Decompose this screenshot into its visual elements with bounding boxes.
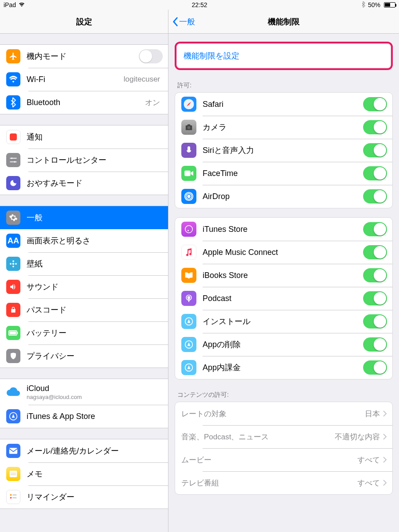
sidebar-reminders[interactable]: リマインダー — [0, 485, 168, 509]
sidebar-notes[interactable]: メモ — [0, 462, 168, 485]
wifi-label: Wi-Fi — [27, 75, 124, 84]
facetime-toggle[interactable] — [363, 166, 387, 180]
sidebar-sound[interactable]: サウンド — [0, 275, 168, 298]
airplane-icon — [6, 49, 20, 63]
svg-point-30 — [188, 297, 190, 299]
tv-value: すべて — [357, 478, 380, 488]
svg-point-29 — [188, 230, 189, 231]
passcode-label: パスコード — [27, 305, 163, 315]
sidebar-notifications[interactable]: 通知 — [0, 125, 168, 149]
siri-icon — [181, 143, 196, 158]
notifications-icon — [6, 130, 20, 144]
itunes-store-label: iTunes Store — [203, 225, 363, 234]
content-ratings[interactable]: レートの対象 日本 — [175, 402, 392, 425]
allow-delete-apps[interactable]: Appの削除 — [175, 333, 392, 356]
wallpaper-icon — [6, 257, 20, 271]
privacy-label: プライバシー — [27, 351, 163, 361]
ibooks-icon — [181, 268, 196, 283]
sidebar-airplane-mode[interactable]: 機内モード — [0, 45, 168, 68]
allow-siri[interactable]: Siriと音声入力 — [175, 139, 392, 162]
sidebar-dnd[interactable]: おやすみモード — [0, 172, 168, 195]
iap-icon — [181, 360, 196, 375]
chevron-right-icon — [383, 456, 387, 463]
wifi-icon — [19, 1, 25, 8]
allow-podcast[interactable]: Podcast — [175, 287, 392, 310]
passcode-icon — [6, 303, 20, 317]
airplane-toggle[interactable] — [139, 49, 163, 63]
ratings-value: 日本 — [365, 409, 380, 419]
allow-ibooks-store[interactable]: iBooks Store — [175, 264, 392, 287]
sidebar-bluetooth[interactable]: Bluetooth オン — [0, 91, 168, 114]
podcast-toggle[interactable] — [363, 291, 387, 305]
chevron-right-icon — [383, 410, 387, 417]
podcast-label: Podcast — [203, 294, 363, 303]
status-bar: iPad 22:52 50% — [0, 0, 399, 10]
privacy-icon — [6, 349, 20, 363]
apple-music-toggle[interactable] — [363, 245, 387, 259]
annotation-highlight: 機能制限を設定 — [175, 42, 393, 70]
camera-icon — [181, 120, 196, 135]
allow-safari[interactable]: Safari — [175, 93, 392, 116]
itunes-store-toggle[interactable] — [363, 222, 387, 236]
control-center-icon — [6, 153, 20, 167]
movies-value: すべて — [357, 455, 380, 465]
notifications-label: 通知 — [27, 132, 163, 142]
airdrop-toggle[interactable] — [363, 189, 387, 203]
camera-toggle[interactable] — [363, 120, 387, 134]
allow-camera[interactable]: カメラ — [175, 116, 392, 139]
dnd-icon — [6, 176, 20, 190]
content-tv[interactable]: テレビ番組 すべて — [175, 471, 392, 494]
sidebar-battery[interactable]: バッテリー — [0, 321, 168, 344]
appstore-icon — [6, 409, 20, 423]
notes-icon — [6, 467, 20, 481]
allow-airdrop[interactable]: AirDrop — [175, 185, 392, 208]
control-center-label: コントロールセンター — [27, 155, 163, 165]
svg-point-8 — [16, 263, 16, 264]
sidebar-title-text: 設定 — [76, 16, 92, 27]
sidebar-mail[interactable]: メール/連絡先/カレンダー — [0, 439, 168, 462]
sidebar-control-center[interactable]: コントロールセンター — [0, 149, 168, 172]
iap-toggle[interactable] — [363, 360, 387, 375]
sidebar-passcode[interactable]: パスコード — [0, 298, 168, 321]
content-music[interactable]: 音楽、Podcast、ニュース 不適切な内容 — [175, 425, 392, 448]
sound-icon — [6, 280, 20, 294]
icloud-account: nagsaya@icloud.com — [27, 394, 163, 400]
allow-apple-music-connect[interactable]: Apple Music Connect — [175, 241, 392, 264]
svg-point-18 — [10, 497, 12, 499]
allow-iap[interactable]: App内課金 — [175, 356, 392, 379]
sidebar-wallpaper[interactable]: 壁紙 — [0, 252, 168, 275]
wallpaper-label: 壁紙 — [27, 258, 163, 269]
sidebar-display[interactable]: AA 画面表示と明るさ — [0, 229, 168, 252]
sidebar-wifi[interactable]: Wi-Fi logitecuser — [0, 68, 168, 91]
back-button[interactable]: 一般 — [172, 16, 195, 27]
sidebar-general[interactable]: 一般 — [0, 206, 168, 229]
tv-label: テレビ番組 — [181, 478, 357, 488]
wifi-icon — [6, 72, 20, 86]
install-label: インストール — [203, 316, 363, 327]
allow-itunes-store[interactable]: iTunes Store — [175, 218, 392, 241]
enable-restrictions-label: 機能制限を設定 — [184, 51, 239, 61]
safari-icon — [181, 97, 196, 112]
svg-point-17 — [10, 494, 12, 496]
allow-install-apps[interactable]: インストール — [175, 310, 392, 333]
sidebar-privacy[interactable]: プライバシー — [0, 344, 168, 368]
bluetooth-status-icon — [362, 1, 365, 9]
enable-restrictions-row[interactable]: 機能制限を設定 — [177, 44, 390, 67]
svg-rect-10 — [17, 332, 18, 334]
ibooks-toggle[interactable] — [363, 268, 387, 282]
safari-toggle[interactable] — [363, 97, 387, 111]
music-value: 不適切な内容 — [335, 432, 380, 442]
siri-toggle[interactable] — [363, 143, 387, 157]
display-icon: AA — [6, 234, 20, 248]
reminders-label: リマインダー — [27, 492, 163, 502]
content-movies[interactable]: ムービー すべて — [175, 448, 392, 471]
delete-toggle[interactable] — [363, 337, 387, 352]
facetime-icon — [181, 166, 196, 181]
svg-point-6 — [13, 266, 14, 267]
delete-label: Appの削除 — [203, 339, 363, 350]
install-toggle[interactable] — [363, 314, 387, 329]
chevron-right-icon — [383, 479, 387, 486]
sidebar-icloud[interactable]: iCloud nagsaya@icloud.com — [0, 379, 168, 405]
sidebar-itunes-appstore[interactable]: iTunes & App Store — [0, 405, 168, 428]
allow-facetime[interactable]: FaceTime — [175, 162, 392, 185]
